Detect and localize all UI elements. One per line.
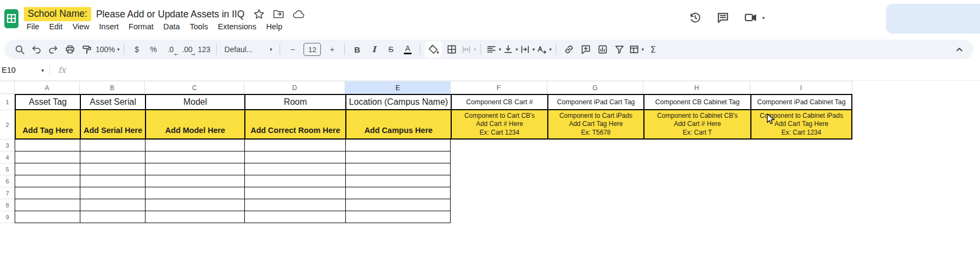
cell-E1[interactable]: Location (Campus Name) [345, 94, 451, 110]
cell-E6[interactable] [345, 175, 451, 187]
insert-link-button[interactable] [561, 41, 577, 58]
strikethrough-button[interactable]: S [383, 41, 399, 58]
video-call-dropdown-icon[interactable]: ▾ [762, 15, 765, 21]
cell-C8[interactable] [145, 199, 244, 211]
cell-C2[interactable]: Add Model Here [145, 110, 244, 140]
column-header-G[interactable]: G [547, 81, 643, 94]
sheets-logo[interactable] [4, 9, 19, 29]
cell-B3[interactable] [80, 140, 145, 151]
cell-A5[interactable] [15, 163, 80, 175]
cell-C6[interactable] [145, 175, 244, 187]
cell-C9[interactable] [145, 211, 244, 223]
text-wrapping-button[interactable]: ▾ [519, 41, 535, 58]
filter-views-button[interactable]: ▾ [628, 41, 644, 58]
redo-button[interactable] [45, 41, 61, 58]
doc-title-highlighted[interactable]: School Name: [24, 7, 91, 21]
name-box[interactable]: E10 ▾ [0, 66, 49, 74]
select-all-corner[interactable] [0, 81, 15, 94]
cell-E7[interactable] [345, 187, 451, 199]
format-currency-button[interactable]: $ [129, 41, 144, 58]
cell-D3[interactable] [244, 140, 345, 151]
cell-I2[interactable]: Component to Cabinet iPadsAdd Cart Tag H… [750, 110, 852, 140]
cell-C5[interactable] [145, 163, 244, 175]
menu-insert[interactable]: Insert [94, 21, 124, 32]
cell-D4[interactable] [244, 151, 345, 163]
cell-F2[interactable]: Component to Cart CB'sAdd Cart # HereEx:… [451, 110, 547, 140]
paint-format-button[interactable] [79, 41, 94, 58]
star-icon[interactable] [253, 8, 265, 20]
horizontal-align-button[interactable]: ▾ [485, 41, 501, 58]
menu-file[interactable]: File [22, 21, 44, 32]
text-rotation-dropdown-icon[interactable]: ▾ [549, 47, 552, 52]
cell-H1[interactable]: Component CB Cabinet Tag [643, 94, 750, 110]
bold-button[interactable]: B [349, 41, 365, 58]
horizontal-align-dropdown-icon[interactable]: ▾ [499, 47, 502, 52]
cell-E4[interactable] [345, 151, 451, 163]
fill-color-button[interactable] [425, 41, 442, 58]
more-formats-button[interactable]: 123 [196, 41, 212, 58]
cell-D1[interactable]: Room [244, 94, 345, 110]
cell-C3[interactable] [145, 140, 244, 151]
column-header-D[interactable]: D [244, 81, 345, 94]
cell-G2[interactable]: Component to Cart iPadsAdd Cart Tag Here… [547, 110, 643, 140]
row-header-4[interactable]: 4 [0, 151, 15, 163]
vertical-align-dropdown-icon[interactable]: ▾ [516, 47, 519, 52]
cell-C4[interactable] [145, 151, 244, 163]
vertical-align-button[interactable]: ▾ [502, 41, 518, 58]
text-rotation-button[interactable]: ▾ [536, 41, 552, 58]
move-folder-icon[interactable] [273, 8, 284, 20]
version-history-icon[interactable] [688, 11, 702, 24]
hide-toolbar-button[interactable] [954, 44, 965, 55]
menu-format[interactable]: Format [124, 21, 159, 32]
cell-D8[interactable] [244, 199, 345, 211]
row-header-7[interactable]: 7 [0, 187, 15, 199]
column-header-C[interactable]: C [145, 81, 244, 94]
column-header-I[interactable]: I [750, 81, 852, 94]
column-header-A[interactable]: A [15, 81, 80, 94]
search-button[interactable] [11, 41, 27, 58]
cell-C7[interactable] [145, 187, 244, 199]
insert-chart-button[interactable] [595, 41, 610, 58]
cell-A3[interactable] [15, 140, 80, 151]
font-select-button[interactable]: Defaul...▾ [221, 41, 275, 58]
cell-A9[interactable] [15, 211, 80, 223]
row-header-6[interactable]: 6 [0, 175, 15, 187]
zoom-select-dropdown-icon[interactable]: ▾ [117, 47, 120, 52]
row-header-8[interactable]: 8 [0, 199, 15, 211]
print-button[interactable] [62, 41, 78, 58]
row-header-1[interactable]: 1 [0, 94, 15, 110]
row-header-5[interactable]: 5 [0, 163, 15, 175]
column-header-E[interactable]: E [345, 81, 451, 94]
name-box-dropdown-icon[interactable]: ▾ [41, 67, 44, 73]
cell-B7[interactable] [80, 187, 145, 199]
merge-cells-dropdown-icon[interactable]: ▾ [474, 47, 477, 52]
cell-A4[interactable] [15, 151, 80, 163]
comments-icon[interactable] [716, 11, 730, 24]
doc-title[interactable]: Please Add or Update Assets in IIQ [96, 9, 244, 20]
cell-B2[interactable]: Add Serial Here [80, 110, 145, 140]
cell-F1[interactable]: Component CB Cart # [451, 94, 547, 110]
cell-A6[interactable] [15, 175, 80, 187]
cell-H2[interactable]: Component to Cabinet CB'sAdd Cart # Here… [643, 110, 750, 140]
cell-D5[interactable] [244, 163, 345, 175]
cell-I1[interactable]: Component iPad Cabinet Tag [750, 94, 852, 110]
undo-button[interactable] [28, 41, 44, 58]
insert-comment-button[interactable] [578, 41, 593, 58]
text-color-button[interactable]: A [400, 41, 415, 58]
filter-views-dropdown-icon[interactable]: ▾ [642, 47, 644, 52]
cell-B8[interactable] [80, 199, 145, 211]
row-header-2[interactable]: 2 [0, 110, 15, 140]
menu-extensions[interactable]: Extensions [213, 21, 261, 32]
cell-A2[interactable]: Add Tag Here [15, 110, 80, 140]
format-percent-button[interactable]: % [146, 41, 161, 58]
decrease-decimal-button[interactable]: .0← [162, 41, 178, 58]
row-header-9[interactable]: 9 [0, 211, 15, 223]
cell-B5[interactable] [80, 163, 145, 175]
decrease-font-size-button[interactable]: − [284, 41, 300, 58]
menu-edit[interactable]: Edit [44, 21, 67, 32]
cell-D7[interactable] [244, 187, 345, 199]
menu-help[interactable]: Help [261, 21, 287, 32]
text-wrapping-dropdown-icon[interactable]: ▾ [533, 47, 535, 52]
create-filter-button[interactable] [611, 41, 627, 58]
cell-B6[interactable] [80, 175, 145, 187]
